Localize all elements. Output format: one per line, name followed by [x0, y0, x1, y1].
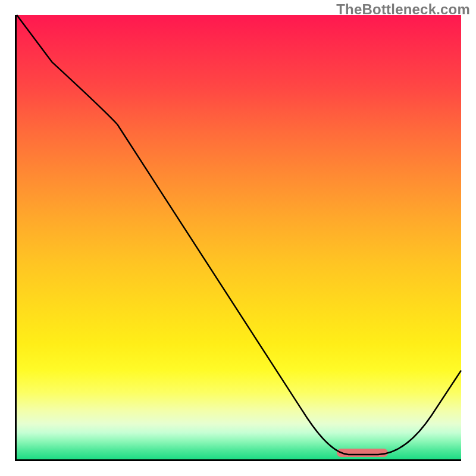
curve-layer	[17, 15, 461, 459]
bottleneck-curve	[17, 15, 461, 455]
plot-area	[15, 15, 461, 461]
chart-container: TheBottleneck.com	[0, 0, 476, 476]
watermark-text: TheBottleneck.com	[336, 1, 470, 18]
